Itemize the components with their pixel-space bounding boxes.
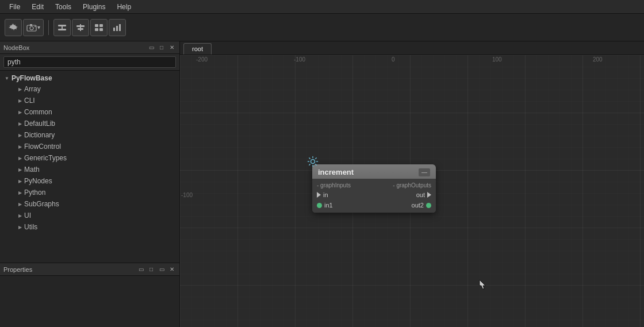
tree-arrow-pynodes: ▶ (18, 179, 22, 184)
svg-rect-10 (80, 24, 81, 31)
svg-rect-14 (99, 28, 103, 31)
canvas[interactable]: -200 -100 0 100 200 -100 increment — (180, 55, 644, 327)
toolbar-sep-1 (48, 20, 49, 35)
properties-panel: Properties ▭ □ ▭ ✕ (0, 263, 179, 327)
node-title: increment (318, 168, 354, 176)
cursor-arrow (479, 279, 486, 290)
main-layout: NodeBox ▭ □ ✕ ▼ PyFlowBase ▶ (0, 41, 644, 327)
tree-item-cli[interactable]: ▶ CLI (7, 95, 179, 106)
node-collapse-button[interactable]: — (419, 168, 430, 176)
svg-rect-15 (113, 28, 115, 31)
search-input[interactable] (3, 56, 176, 68)
tree-item-label-generictypes: GenericTypes (24, 154, 67, 162)
properties-icon-2[interactable]: □ (147, 266, 155, 274)
port-out2-circle[interactable] (426, 203, 431, 208)
tree-item-utils[interactable]: ▶ Utils (7, 221, 179, 233)
toolbar: ▾ (0, 14, 644, 41)
ruler-label-200: 200 (593, 56, 603, 63)
port-in-triangle[interactable] (317, 192, 321, 198)
port-in1-circle[interactable] (317, 203, 322, 208)
port-out2-label: out2 (412, 202, 424, 209)
svg-rect-13 (95, 28, 98, 31)
tree-root-label: PyFlowBase (12, 74, 52, 82)
node-port-in-left: in (317, 191, 374, 198)
tree-item-label-array: Array (24, 85, 41, 93)
menu-bar: File Edit Tools Plugins Help (0, 0, 644, 14)
svg-point-4 (34, 26, 36, 27)
svg-point-2 (30, 26, 33, 30)
properties-icon-1[interactable]: ▭ (137, 266, 145, 274)
menu-edit[interactable]: Edit (26, 2, 49, 12)
nodebox-panel: NodeBox ▭ □ ✕ ▼ PyFlowBase ▶ (0, 41, 179, 263)
node-section-outputs-label: - graphOutputs (374, 182, 432, 188)
toolbar-align-center-btn[interactable] (72, 19, 89, 36)
toolbar-chart-btn[interactable] (109, 19, 126, 36)
canvas-area: root -200 -100 0 100 200 -100 i (180, 41, 644, 327)
toolbar-group-1: ▾ (5, 19, 44, 36)
svg-rect-17 (119, 24, 121, 31)
tree-item-subgraphs[interactable]: ▶ SubGraphs (7, 198, 179, 210)
tree-item-label-dictionary: Dictionary (24, 131, 55, 139)
properties-icon-3[interactable]: ▭ (158, 266, 166, 274)
node-header: increment — (312, 164, 436, 179)
tree-root-pyflowbase[interactable]: ▼ PyFlowBase (0, 73, 179, 83)
svg-rect-7 (62, 25, 63, 30)
tab-root[interactable]: root (183, 43, 212, 55)
menu-help[interactable]: Help (111, 2, 137, 12)
menu-file[interactable]: File (3, 2, 26, 12)
tree-children: ▶ Array ▶ CLI ▶ Common ▶ DefaultLib (0, 83, 179, 233)
ruler-label-neg100: -100 (294, 56, 305, 63)
svg-rect-16 (116, 26, 118, 31)
nodebox-header: NodeBox ▭ □ ✕ (0, 41, 179, 54)
tree-arrow-flowcontrol: ▶ (18, 144, 22, 149)
tree-arrow-python: ▶ (18, 190, 22, 195)
nodebox-maximize-icon[interactable]: □ (158, 44, 166, 52)
tree-view: ▼ PyFlowBase ▶ Array ▶ CLI ▶ Common (0, 71, 179, 263)
tree-item-dictionary[interactable]: ▶ Dictionary (7, 129, 179, 141)
properties-close-icon[interactable]: ✕ (168, 266, 176, 274)
tree-item-label-ui: UI (24, 211, 31, 220)
tree-item-ui[interactable]: ▶ UI (7, 210, 179, 221)
tree-arrow-array: ▶ (18, 87, 22, 92)
tree-item-python[interactable]: ▶ Python (7, 187, 179, 198)
nodebox-header-icons: ▭ □ ✕ (147, 44, 176, 52)
tree-arrow-generictypes: ▶ (18, 156, 22, 161)
toolbar-gear-btn[interactable] (5, 19, 22, 36)
svg-rect-11 (95, 24, 98, 27)
node-increment[interactable]: increment — - graphInputs - graphOutputs… (312, 164, 436, 213)
port-out-triangle[interactable] (427, 192, 431, 198)
node-body: - graphInputs - graphOutputs in out (312, 179, 436, 213)
toolbar-camera-btn[interactable]: ▾ (23, 19, 44, 36)
properties-header-icons: ▭ □ ▭ ✕ (137, 266, 176, 274)
tree-item-pynodes[interactable]: ▶ PyNodes (7, 175, 179, 187)
tree-arrow-dictionary: ▶ (18, 133, 22, 138)
nodebox-minimize-icon[interactable]: ▭ (147, 44, 155, 52)
tree-item-label-defaultlib: DefaultLib (24, 120, 55, 128)
tree-item-label-cli: CLI (24, 97, 35, 105)
left-panel: NodeBox ▭ □ ✕ ▼ PyFlowBase ▶ (0, 41, 180, 327)
tree-item-label-python: Python (24, 188, 45, 197)
tree-item-math[interactable]: ▶ Math (7, 164, 179, 175)
tree-item-generictypes[interactable]: ▶ GenericTypes (7, 152, 179, 164)
node-port-out-right: out (374, 191, 432, 198)
nodebox-close-icon[interactable]: ✕ (168, 44, 176, 52)
node-section-header: - graphInputs - graphOutputs (312, 181, 436, 190)
menu-plugins[interactable]: Plugins (77, 2, 111, 12)
tree-item-defaultlib[interactable]: ▶ DefaultLib (7, 118, 179, 129)
tree-arrow-cli: ▶ (18, 98, 22, 103)
ruler-label-0: 0 (392, 56, 395, 63)
tree-item-array[interactable]: ▶ Array (7, 83, 179, 95)
toolbar-layout-btn[interactable] (90, 19, 108, 36)
toolbar-align-left-btn[interactable] (53, 19, 71, 36)
tree-item-flowcontrol[interactable]: ▶ FlowControl (7, 141, 179, 152)
menu-tools[interactable]: Tools (49, 2, 77, 12)
ruler-label-100: 100 (492, 56, 502, 63)
properties-header: Properties ▭ □ ▭ ✕ (0, 263, 179, 276)
tree-arrow-math: ▶ (18, 167, 22, 172)
toolbar-group-2 (53, 19, 126, 36)
node-gear-icon (306, 155, 320, 169)
ruler-label-neg200: -200 (196, 56, 208, 63)
nodebox-title: NodeBox (3, 44, 29, 51)
tree-item-common[interactable]: ▶ Common (7, 106, 179, 118)
port-in1-label: in1 (324, 202, 333, 209)
